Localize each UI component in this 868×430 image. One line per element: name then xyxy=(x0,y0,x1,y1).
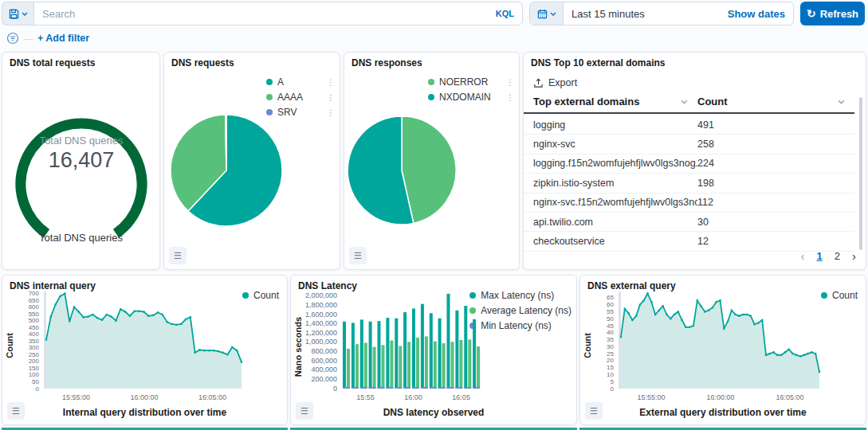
gauge-label: Total DNS queries xyxy=(2,232,159,244)
svg-text:55: 55 xyxy=(607,308,614,315)
date-picker: Last 15 minutes Show dates xyxy=(529,2,794,25)
svg-text:5: 5 xyxy=(611,378,615,385)
saved-query-menu-button[interactable] xyxy=(2,2,33,25)
refresh-button[interactable]: ↻ Refresh xyxy=(800,2,865,25)
svg-text:600,000: 600,000 xyxy=(311,357,337,365)
table-row[interactable]: zipkin.istio-system198 xyxy=(524,174,854,193)
svg-text:400: 400 xyxy=(29,330,40,338)
legend-toggle-button[interactable]: ☰ xyxy=(7,402,25,420)
svg-text:400,000: 400,000 xyxy=(311,366,337,373)
svg-text:65: 65 xyxy=(607,294,614,301)
legend-toggle-button[interactable]: ☰ xyxy=(585,402,603,420)
column-header-count[interactable]: Count xyxy=(697,96,854,108)
count-cell: 112 xyxy=(697,197,854,208)
count-cell: 224 xyxy=(697,158,854,169)
svg-text:350: 350 xyxy=(29,338,40,345)
svg-text:16:05:00: 16:05:00 xyxy=(198,393,226,401)
area-chart[interactable]: 0510152025303540455055606515:55:0016:00:… xyxy=(580,276,867,407)
filter-icon[interactable] xyxy=(6,32,19,45)
panel-title: DNS total requests xyxy=(10,57,95,68)
domain-cell: logging xyxy=(533,119,697,131)
add-filter-button[interactable]: + Add filter xyxy=(37,33,89,44)
table-row[interactable]: logging491 xyxy=(524,115,854,135)
panel-dns-responses: DNS responses NOERROR⋮NXDOMAIN⋮ ☰ xyxy=(344,52,520,270)
svg-text:25: 25 xyxy=(607,350,614,358)
svg-text:20: 20 xyxy=(607,357,614,364)
show-dates-button[interactable]: Show dates xyxy=(728,8,793,20)
svg-text:550: 550 xyxy=(29,311,40,318)
page-button-1[interactable]: 1 xyxy=(817,250,823,262)
svg-text:16:00:00: 16:00:00 xyxy=(706,393,734,401)
svg-text:450: 450 xyxy=(29,324,40,331)
chevron-down-icon xyxy=(838,100,845,104)
domain-cell: logging.f15n2womfujehfjlwv0lgs3nog.... xyxy=(533,158,697,169)
svg-text:1,200,000: 1,200,000 xyxy=(305,329,337,337)
svg-text:1,800,000: 1,800,000 xyxy=(305,301,337,309)
svg-text:150: 150 xyxy=(29,365,40,372)
count-cell: 258 xyxy=(697,139,854,150)
table-row[interactable]: nginx-svc258 xyxy=(524,135,854,154)
panel-dns-requests: DNS requests A⋮AAAA⋮SRV⋮ ☰ xyxy=(163,52,340,270)
svg-text:1,400,000: 1,400,000 xyxy=(305,319,337,327)
svg-text:15:55: 15:55 xyxy=(356,393,375,401)
svg-text:100: 100 xyxy=(29,371,40,378)
svg-text:Total DNS queries: Total DNS queries xyxy=(40,135,124,147)
pie-chart[interactable] xyxy=(164,53,341,271)
svg-text:0: 0 xyxy=(36,385,40,393)
svg-text:700: 700 xyxy=(29,290,40,297)
filter-bar: — + Add filter xyxy=(6,31,89,45)
svg-text:16:05: 16:05 xyxy=(452,393,470,401)
svg-text:15:55:00: 15:55:00 xyxy=(62,393,90,401)
svg-text:50: 50 xyxy=(607,315,614,322)
refresh-icon: ↻ xyxy=(807,7,816,20)
svg-text:16,407: 16,407 xyxy=(49,148,115,172)
svg-text:45: 45 xyxy=(607,322,614,330)
chart-title: External query distribution over time xyxy=(580,407,866,418)
chevron-down-icon xyxy=(550,12,556,16)
time-range-value[interactable]: Last 15 minutes xyxy=(564,8,728,20)
legend-toggle-button[interactable]: ☰ xyxy=(296,402,313,420)
table-scrollbar[interactable] xyxy=(859,97,862,250)
svg-text:0: 0 xyxy=(333,385,337,393)
table-row[interactable]: nginx-svc.f15n2womfujehfjlwv0lgs3no...11… xyxy=(524,194,854,213)
export-button[interactable]: Export xyxy=(533,77,577,88)
calendar-icon xyxy=(537,9,548,19)
svg-text:300: 300 xyxy=(29,344,40,351)
svg-text:200: 200 xyxy=(29,358,40,365)
chevron-down-icon xyxy=(22,12,28,16)
kql-badge[interactable]: KQL xyxy=(496,9,514,18)
count-cell: 491 xyxy=(697,119,854,131)
chart-title: Internal query distribution over time xyxy=(2,407,287,418)
svg-text:40: 40 xyxy=(607,329,614,336)
table-row[interactable]: api.twilio.com30 xyxy=(524,213,854,232)
search-input[interactable]: Search KQL xyxy=(33,2,523,25)
svg-text:0: 0 xyxy=(611,385,615,393)
pagination: ‹12› xyxy=(801,249,856,263)
gauge-chart: Total DNS queries 16,407 xyxy=(2,68,161,252)
column-header-domains[interactable]: Top external domains xyxy=(533,96,697,108)
prev-page-icon[interactable]: ‹ xyxy=(801,249,805,263)
search-bar: Search KQL xyxy=(2,2,523,25)
area-chart[interactable]: 0501001502002503003504004505005506006507… xyxy=(2,276,289,407)
page-button-2[interactable]: 2 xyxy=(835,250,840,262)
table-row[interactable]: logging.f15n2womfujehfjlwv0lgs3nog....22… xyxy=(524,154,854,174)
legend-toggle-button[interactable]: ☰ xyxy=(169,247,187,264)
panel-dns-latency: DNS Latency Max Latency (ns)Average Late… xyxy=(290,275,577,425)
panel-top-external-domains: DNS Top 10 external domains Export Top e… xyxy=(523,52,866,270)
bar-chart[interactable]: 0200,000400,000600,000800,0001,000,0001,… xyxy=(291,276,578,407)
svg-text:15: 15 xyxy=(607,364,614,371)
table-body: logging491nginx-svc258logging.f15n2womfu… xyxy=(524,115,854,252)
count-cell: 198 xyxy=(697,178,854,189)
date-picker-menu-button[interactable] xyxy=(530,2,564,25)
svg-text:600: 600 xyxy=(29,303,40,311)
next-page-icon[interactable]: › xyxy=(852,249,856,263)
svg-text:15:55:00: 15:55:00 xyxy=(638,393,666,401)
filter-dash: — xyxy=(24,33,33,43)
svg-text:800,000: 800,000 xyxy=(311,347,337,355)
legend-toggle-button[interactable]: ☰ xyxy=(349,247,367,264)
count-cell: 12 xyxy=(697,236,854,247)
pie-chart[interactable] xyxy=(344,53,520,271)
svg-text:35: 35 xyxy=(607,336,614,343)
svg-text:650: 650 xyxy=(29,297,40,304)
svg-text:50: 50 xyxy=(32,378,39,385)
